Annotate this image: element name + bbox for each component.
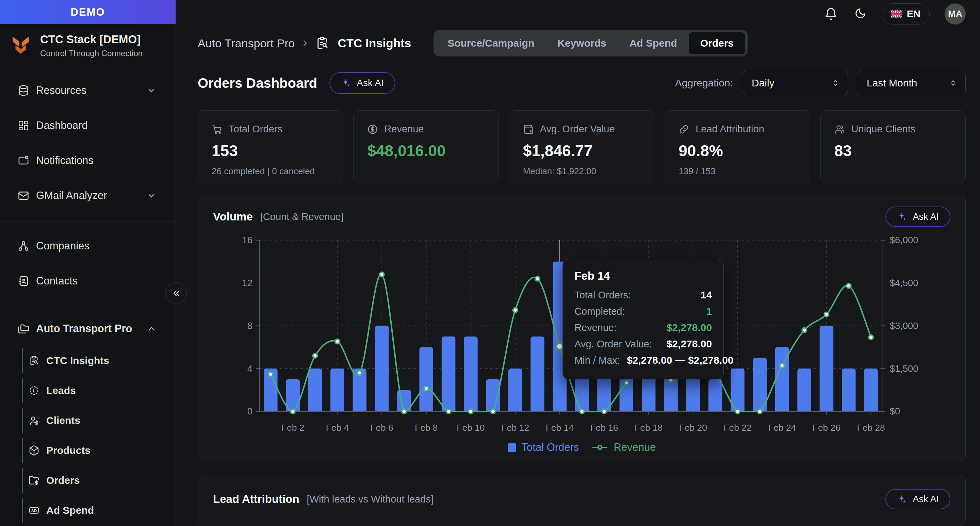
sidebar-item-products[interactable]: Products	[0, 435, 176, 466]
network-icon	[18, 240, 29, 252]
legend-item-revenue[interactable]: Revenue	[592, 441, 656, 453]
svg-text:L: L	[33, 388, 36, 393]
svg-text:Feb 26: Feb 26	[813, 423, 840, 433]
tab-keywords[interactable]: Keywords	[546, 32, 617, 54]
chevron-updown-icon	[948, 78, 958, 88]
lead-card-subtitle: [With leads vs Without leads]	[307, 494, 434, 505]
sidebar-item-resources[interactable]: Resources	[0, 73, 176, 108]
tooltip-row: Avg. Order Value:$2,278.00	[574, 338, 712, 350]
svg-text:AD: AD	[31, 509, 37, 513]
sparkle-icon	[897, 494, 907, 504]
sidebar-item-dashboard[interactable]: Dashboard	[0, 108, 176, 143]
sidebar-item-ad-spend[interactable]: ADAd Spend	[0, 495, 176, 525]
stat-value: $48,016.00	[367, 141, 485, 160]
wallet-icon	[523, 124, 534, 135]
sidebar-menu-project: Auto Transport ProCTC InsightsLLeadsClie…	[0, 306, 176, 525]
ask-ai-button-volume[interactable]: Ask AI	[885, 207, 950, 227]
sidebar-item-companies[interactable]: Companies	[0, 228, 176, 263]
svg-text:$4,500: $4,500	[890, 278, 918, 288]
sparkle-icon	[341, 78, 351, 88]
stat-sub: 139 / 153	[679, 166, 796, 176]
mail-sparkle-icon	[18, 190, 29, 202]
tooltip-row: Completed:1	[574, 305, 712, 317]
sidebar-item-ctc-insights[interactable]: CTC Insights	[0, 346, 176, 376]
svg-text:Feb 22: Feb 22	[724, 423, 752, 433]
svg-text:Feb 28: Feb 28	[857, 423, 885, 433]
volume-card-subtitle: [Count & Revenue]	[260, 211, 344, 222]
dashboard-icon	[18, 120, 29, 131]
stat-sub	[367, 166, 485, 176]
chevrons-left-icon	[170, 288, 181, 299]
moon-icon[interactable]	[853, 7, 867, 21]
language-selector[interactable]: EN	[882, 3, 930, 24]
clipboard-search-icon	[315, 36, 329, 50]
sidebar-item-notifications[interactable]: Notifications	[0, 143, 176, 178]
svg-text:0: 0	[247, 406, 253, 416]
breadcrumb-parent[interactable]: Auto Transport Pro	[198, 37, 295, 50]
sidebar-item-gmail-analyzer[interactable]: GMail Analyzer	[0, 178, 176, 213]
main-content: EN MA Auto Transport Pro › CTC Insights …	[176, 0, 980, 526]
stat-value: 83	[834, 141, 952, 160]
sidebar-item-label: GMail Analyzer	[36, 189, 107, 202]
ask-ai-button[interactable]: Ask AI	[329, 72, 395, 94]
stat-sub: 26 completed | 0 canceled	[212, 166, 329, 176]
lead-card-title: Lead Attribution	[213, 493, 299, 505]
sidebar-menu-top: ResourcesDashboardNotificationsGMail Ana…	[0, 68, 176, 221]
stat-card-total-orders: Total Orders15326 completed | 0 canceled	[198, 110, 343, 183]
stat-card-avg-order-value: Avg. Order Value$1,846.77Median: $1,922.…	[509, 110, 654, 183]
breadcrumb-separator: ›	[303, 35, 307, 51]
svg-text:Feb 14: Feb 14	[546, 423, 574, 433]
database-icon	[18, 85, 29, 96]
avatar[interactable]: MA	[945, 3, 966, 24]
clipboard-search-icon	[29, 355, 40, 366]
volume-card: Volume [Count & Revenue] Ask AI 0481216$…	[198, 195, 966, 462]
sidebar-item-label: Clients	[46, 415, 80, 426]
sidebar-collapse-button[interactable]	[165, 282, 187, 304]
svg-text:4: 4	[247, 363, 253, 374]
stats-row: Total Orders15326 completed | 0 canceled…	[198, 110, 966, 183]
svg-text:Feb 24: Feb 24	[768, 423, 796, 433]
demo-banner: DEMO	[0, 0, 176, 24]
svg-text:$6,000: $6,000	[890, 235, 918, 245]
legend-square-swatch	[508, 443, 516, 452]
sidebar-menu-mid: CompaniesContacts	[0, 221, 176, 306]
svg-text:Feb 16: Feb 16	[590, 423, 618, 433]
aggregation-select[interactable]: Daily	[742, 71, 848, 95]
volume-chart[interactable]: 0481216$0$1,500$3,000$4,500$6,000Feb 2Fe…	[213, 234, 950, 434]
period-select[interactable]: Last Month	[857, 71, 966, 95]
stat-value: 153	[212, 141, 329, 160]
sidebar-item-auto-transport-pro[interactable]: Auto Transport Pro	[0, 311, 176, 346]
chart-tooltip: Feb 14 Total Orders:14Completed:1Revenue…	[563, 259, 724, 379]
svg-text:$0: $0	[890, 406, 900, 416]
breadcrumb-row: Auto Transport Pro › CTC Insights Source…	[198, 30, 966, 56]
svg-text:Feb 12: Feb 12	[501, 423, 529, 433]
sidebar-item-label: CTC Insights	[46, 355, 109, 366]
sidebar-item-clients[interactable]: Clients	[0, 405, 176, 435]
sidebar-item-contacts[interactable]: Contacts	[0, 263, 176, 299]
sidebar-item-orders[interactable]: Orders	[0, 466, 176, 495]
sparkle-icon	[897, 211, 907, 222]
sidebar-item-label: Companies	[36, 240, 89, 252]
leads-icon: L	[29, 385, 40, 396]
stat-value: $1,846.77	[523, 141, 640, 160]
tab-source-campaign[interactable]: Source/Campaign	[436, 32, 546, 54]
breadcrumb: Auto Transport Pro › CTC Insights	[198, 35, 411, 51]
sidebar-item-label: Notifications	[36, 154, 94, 167]
tab-ad-spend[interactable]: Ad Spend	[618, 32, 689, 54]
aggregation-label: Aggregation:	[675, 77, 733, 89]
tab-orders[interactable]: Orders	[689, 32, 745, 54]
legend-item-total-orders[interactable]: Total Orders	[508, 441, 579, 453]
svg-text:$3,000: $3,000	[890, 321, 918, 331]
uk-flag-icon	[891, 10, 902, 18]
folders-icon	[18, 323, 29, 334]
cart-icon	[212, 124, 223, 135]
stat-card-lead-attribution: Lead Attribution90.8%139 / 153	[665, 110, 810, 183]
bell-icon[interactable]	[824, 7, 838, 21]
svg-text:16: 16	[242, 235, 253, 245]
svg-text:Feb 10: Feb 10	[457, 423, 485, 433]
sidebar-item-leads[interactable]: LLeads	[0, 376, 176, 405]
sidebar-item-label: Orders	[46, 475, 80, 486]
ask-ai-button-lead[interactable]: Ask AI	[885, 489, 950, 509]
svg-text:12: 12	[242, 278, 253, 288]
sidebar-item-label: Auto Transport Pro	[36, 323, 132, 335]
